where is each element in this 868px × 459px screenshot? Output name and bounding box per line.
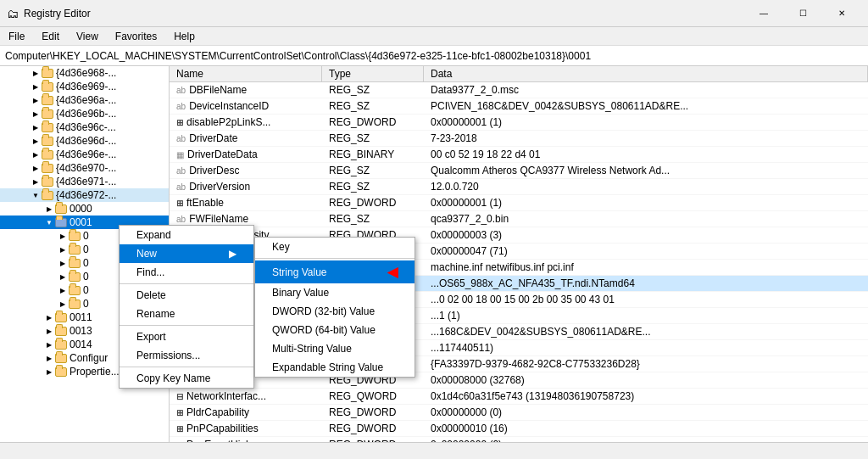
context-menu-separator2: [120, 325, 253, 326]
table-row[interactable]: ab DriverDesc REG_SZ Qualcomm Atheros QC…: [170, 163, 868, 179]
table-row[interactable]: ⊞ ftEnable REG_DWORD 0x00000001 (1): [170, 195, 868, 211]
tree-item[interactable]: ▶ {4d36e96d-...: [0, 134, 169, 148]
maximize-button[interactable]: ☐: [783, 0, 822, 27]
context-menu-find[interactable]: Find...: [120, 263, 253, 282]
tree-arrow: ▶: [44, 327, 54, 335]
submenu-string-value[interactable]: String Value ◀: [255, 260, 415, 283]
td-type: REG_SZ: [322, 131, 424, 146]
table-row[interactable]: ⊟ NetworkInterfac... REG_QWORD 0x1d4c60a…: [170, 389, 868, 405]
tree-item[interactable]: ▶ {4d36e969-...: [0, 80, 169, 93]
context-menu-delete[interactable]: Delete: [120, 286, 253, 305]
menu-favorites[interactable]: Favorites: [107, 29, 165, 44]
tree-label: 0: [83, 298, 89, 310]
status-bar: [0, 442, 868, 459]
tree-label: Propertie...: [70, 366, 120, 378]
submenu-expandable-value[interactable]: Expandable String Value: [255, 358, 415, 377]
context-menu: Expand New ▶ Find... Delete Rename Expor…: [119, 225, 254, 389]
tree-arrow: ▶: [44, 314, 54, 322]
menu-file[interactable]: File: [0, 29, 33, 44]
tree-label: 0014: [70, 339, 92, 350]
tree-label: {4d36e972-...: [56, 189, 116, 201]
table-row[interactable]: ⊞ PnPCapabilities REG_DWORD 0x00000010 (…: [170, 421, 868, 437]
table-row[interactable]: ▦ DriverDateData REG_BINARY 00 c0 52 19 …: [170, 147, 868, 163]
td-name: ⊞ PldrCapability: [170, 405, 322, 420]
td-data: machine.inf netwifibus.inf pci.inf: [424, 260, 868, 275]
tree-item[interactable]: ▶ {4d36e970-...: [0, 161, 169, 175]
tree-arrow: ▶: [44, 341, 54, 349]
context-menu-expand[interactable]: Expand: [120, 226, 253, 244]
tree-label: 0011: [70, 311, 92, 323]
tree-item[interactable]: ▶ {4d36e96a-...: [0, 93, 169, 107]
table-row[interactable]: ⊞ PldrCapability REG_DWORD 0x00000000 (0…: [170, 405, 868, 421]
tree-arrow: ▶: [58, 246, 68, 254]
close-button[interactable]: ✕: [822, 0, 861, 27]
td-type: REG_DWORD: [322, 421, 424, 436]
tree-item[interactable]: ▶ {4d36e96e-...: [0, 148, 169, 161]
td-data: ...OS65_988x_AC_NFA435_TF.ndi.NTamd64: [424, 276, 868, 291]
address-bar: Computer\HKEY_LOCAL_MACHINE\SYSTEM\Curre…: [0, 46, 868, 66]
tree-item[interactable]: ▶ {4d36e96b-...: [0, 107, 169, 120]
folder-icon: [54, 339, 68, 350]
minimize-button[interactable]: —: [744, 0, 783, 27]
menu-help[interactable]: Help: [165, 29, 203, 44]
folder-icon: [41, 67, 54, 79]
submenu-binary-value[interactable]: Binary Value: [255, 283, 415, 302]
context-menu-separator: [120, 283, 253, 284]
td-data: ...1 (1): [424, 308, 868, 323]
tree-arrow: ▶: [58, 273, 68, 281]
table-row[interactable]: ab DriverVersion REG_SZ 12.0.0.720: [170, 179, 868, 195]
tree-item[interactable]: ▶ {4d36e96c-...: [0, 120, 169, 134]
submenu-qword-value[interactable]: QWORD (64-bit) Value: [255, 321, 415, 339]
context-menu-new[interactable]: New ▶: [120, 244, 253, 263]
folder-icon: [68, 271, 81, 283]
tree-label: {4d36e971-...: [56, 176, 116, 188]
tree-arrow: ▶: [58, 260, 68, 267]
tree-item[interactable]: ▶ {4d36e971-...: [0, 175, 169, 188]
folder-icon: [41, 176, 54, 188]
td-data: {FA33397D-9379-4682-92C8-C77533236D28}: [424, 356, 868, 372]
submenu-arrow-icon: ▶: [229, 248, 236, 260]
tree-item-child[interactable]: ▶ 0000: [0, 202, 169, 216]
context-menu-rename[interactable]: Rename: [120, 305, 253, 323]
td-data: 0x00000001 (1): [424, 115, 868, 130]
table-row[interactable]: ab DeviceInstanceID REG_SZ PCI\VEN_168C&…: [170, 98, 868, 115]
app-icon: 🗂: [7, 7, 19, 20]
tree-label: {4d36e970-...: [56, 162, 116, 174]
submenu-dword-value[interactable]: DWORD (32-bit) Value: [255, 302, 415, 321]
td-name: ⊞ PnpEventHigh: [170, 437, 322, 442]
table-row[interactable]: ⊞ PnpEventHigh REG_DWORD 0x00000000 (0): [170, 437, 868, 442]
table-row[interactable]: ab DBFileName REG_SZ Data9377_2_0.msc: [170, 82, 868, 98]
td-type: REG_DWORD: [322, 405, 424, 420]
folder-icon: [68, 230, 81, 242]
submenu-multistring-value[interactable]: Multi-String Value: [255, 339, 415, 358]
table-row[interactable]: ab DriverDate REG_SZ 7-23-2018: [170, 131, 868, 147]
tree-label: 0: [83, 271, 89, 283]
tree-arrow: ▶: [31, 124, 41, 132]
td-data: 0x00000010 (16): [424, 421, 868, 436]
folder-icon: [41, 148, 54, 160]
app-title: Registry Editor: [24, 8, 744, 20]
th-data: Data: [424, 66, 868, 81]
submenu-key[interactable]: Key: [255, 238, 415, 256]
td-name: ⊞ PnPCapabilities: [170, 421, 322, 436]
menu-edit[interactable]: Edit: [33, 29, 68, 44]
td-name: ▦ DriverDateData: [170, 147, 322, 162]
context-menu-copy-key[interactable]: Copy Key Name: [120, 369, 253, 388]
td-type: REG_BINARY: [322, 147, 424, 162]
tree-item[interactable]: ▶ {4d36e968-...: [0, 66, 169, 80]
window-controls: — ☐ ✕: [744, 0, 861, 27]
tree-label: 0: [83, 243, 89, 255]
table-row[interactable]: ab FWFileName REG_SZ qca9377_2_0.bin: [170, 211, 868, 227]
td-type: REG_QWORD: [322, 389, 424, 404]
table-row[interactable]: ⊞ disableP2pLinkS... REG_DWORD 0x0000000…: [170, 115, 868, 131]
tree-label: 0013: [70, 325, 92, 337]
tree-label: {4d36e96e-...: [56, 148, 116, 160]
folder-icon: [41, 162, 54, 174]
td-data: Data9377_2_0.msc: [424, 82, 868, 98]
context-menu-permissions[interactable]: Permissions...: [120, 346, 253, 365]
context-menu-export[interactable]: Export: [120, 327, 253, 346]
tree-arrow: ▶: [58, 287, 68, 294]
tree-item-expanded[interactable]: ▼ {4d36e972-...: [0, 188, 169, 202]
address-path: Computer\HKEY_LOCAL_MACHINE\SYSTEM\Curre…: [5, 50, 591, 62]
menu-view[interactable]: View: [68, 29, 107, 44]
